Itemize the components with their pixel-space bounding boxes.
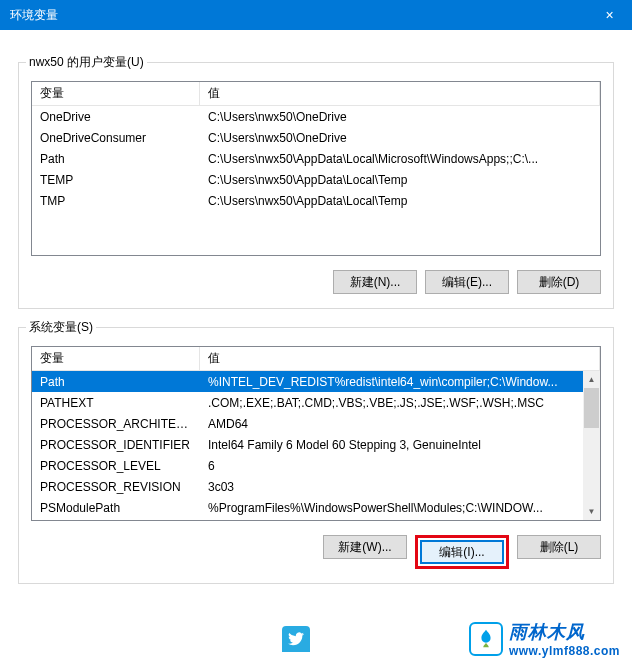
- small-badge-icon: [282, 626, 310, 652]
- system-edit-button[interactable]: 编辑(I)...: [420, 540, 504, 564]
- table-row[interactable]: TEMPC:\Users\nwx50\AppData\Local\Temp: [32, 169, 600, 190]
- user-button-row: 新建(N)... 编辑(E)... 删除(D): [31, 270, 601, 294]
- user-edit-button[interactable]: 编辑(E)...: [425, 270, 509, 294]
- table-row[interactable]: Path%INTEL_DEV_REDIST%redist\intel64_win…: [32, 371, 600, 392]
- system-variables-group: 系统变量(S) 变量 值 Path%INTEL_DEV_REDIST%redis…: [18, 327, 614, 584]
- dialog-content: nwx50 的用户变量(U) 变量 值 OneDriveC:\Users\nwx…: [0, 30, 632, 598]
- system-delete-button[interactable]: 删除(L): [517, 535, 601, 559]
- column-header-variable[interactable]: 变量: [32, 347, 200, 370]
- table-row[interactable]: PROCESSOR_LEVEL6: [32, 455, 600, 476]
- table-row[interactable]: PATHEXT.COM;.EXE;.BAT;.CMD;.VBS;.VBE;.JS…: [32, 392, 600, 413]
- window-title: 环境变量: [10, 7, 58, 24]
- table-row[interactable]: PROCESSOR_IDENTIFIERIntel64 Family 6 Mod…: [32, 434, 600, 455]
- user-new-button[interactable]: 新建(N)...: [333, 270, 417, 294]
- highlight-annotation: 编辑(I)...: [415, 535, 509, 569]
- table-header: 变量 值: [32, 347, 600, 371]
- table-row[interactable]: PROCESSOR_REVISION3c03: [32, 476, 600, 497]
- user-variables-group: nwx50 的用户变量(U) 变量 值 OneDriveC:\Users\nwx…: [18, 62, 614, 309]
- scrollbar-thumb[interactable]: [584, 388, 599, 428]
- table-header: 变量 值: [32, 82, 600, 106]
- system-button-row: 新建(W)... 编辑(I)... 删除(L): [31, 535, 601, 569]
- close-icon: ×: [605, 7, 613, 23]
- close-button[interactable]: ×: [587, 0, 632, 30]
- watermark-url: www.ylmf888.com: [509, 644, 620, 658]
- user-variables-table[interactable]: 变量 值 OneDriveC:\Users\nwx50\OneDrive One…: [31, 81, 601, 256]
- system-variables-table[interactable]: 变量 值 Path%INTEL_DEV_REDIST%redist\intel6…: [31, 346, 601, 521]
- table-row[interactable]: PSModulePath%ProgramFiles%\WindowsPowerS…: [32, 497, 600, 518]
- user-variables-label: nwx50 的用户变量(U): [26, 54, 147, 71]
- watermark-brand: 雨林木风: [509, 620, 620, 644]
- column-header-variable[interactable]: 变量: [32, 82, 200, 105]
- watermark: 雨林木风 www.ylmf888.com: [469, 620, 620, 658]
- table-row[interactable]: PathC:\Users\nwx50\AppData\Local\Microso…: [32, 148, 600, 169]
- system-new-button[interactable]: 新建(W)...: [323, 535, 407, 559]
- system-variables-label: 系统变量(S): [26, 319, 96, 336]
- titlebar: 环境变量 ×: [0, 0, 632, 30]
- table-row[interactable]: PROCESSOR_ARCHITECT...AMD64: [32, 413, 600, 434]
- scroll-up-icon[interactable]: ▲: [583, 371, 600, 388]
- scrollbar-vertical[interactable]: ▲ ▼: [583, 371, 600, 520]
- scroll-down-icon[interactable]: ▼: [583, 503, 600, 520]
- column-header-value[interactable]: 值: [200, 82, 600, 105]
- watermark-logo-icon: [469, 622, 503, 656]
- column-header-value[interactable]: 值: [200, 347, 600, 370]
- user-variables-body: OneDriveC:\Users\nwx50\OneDrive OneDrive…: [32, 106, 600, 211]
- table-row[interactable]: OneDriveConsumerC:\Users\nwx50\OneDrive: [32, 127, 600, 148]
- table-row[interactable]: TMPC:\Users\nwx50\AppData\Local\Temp: [32, 190, 600, 211]
- user-delete-button[interactable]: 删除(D): [517, 270, 601, 294]
- system-variables-body: Path%INTEL_DEV_REDIST%redist\intel64_win…: [32, 371, 600, 518]
- watermark-text: 雨林木风 www.ylmf888.com: [509, 620, 620, 658]
- table-row[interactable]: OneDriveC:\Users\nwx50\OneDrive: [32, 106, 600, 127]
